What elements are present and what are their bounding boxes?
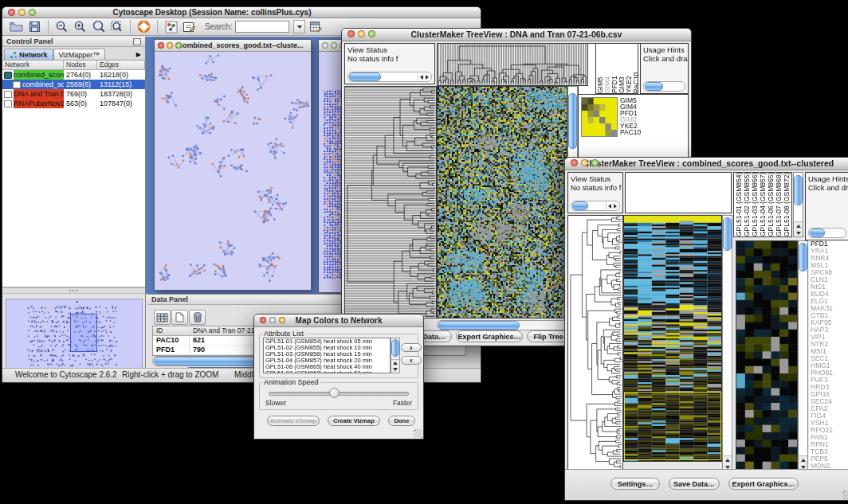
main-window-titlebar[interactable]: Cytoscape Desktop (Session Name: collins… (2, 7, 481, 18)
treeview2-heatmap[interactable] (623, 215, 722, 462)
scrollbar-thumb[interactable] (438, 321, 520, 330)
zoom-window-button[interactable] (591, 159, 599, 166)
dialog-titlebar[interactable]: Map Colors to Network (254, 315, 423, 327)
scroll-down-icon[interactable] (796, 232, 801, 235)
save-data-button[interactable]: Save Data… (669, 478, 720, 490)
treeview1-zoom-matrix[interactable] (581, 97, 618, 137)
delete-attribute-button[interactable] (189, 310, 206, 325)
treeview1-hscrollbar[interactable] (437, 320, 579, 330)
minimize-button[interactable] (581, 159, 588, 166)
treeview1-titlebar[interactable]: ClusterMaker TreeView : DNA and Tran 07-… (342, 29, 691, 41)
network-table-row[interactable]: RNAPuberNov2+ 563(0) 107847(0) (2, 99, 145, 108)
column-label[interactable]: GPL51-03 (GSM856) (751, 173, 759, 236)
scroll-up-icon[interactable] (725, 459, 730, 462)
animate-vizmap-button[interactable]: Animate Vizmap (267, 416, 320, 426)
treeview2-zoom-heatmap[interactable] (736, 240, 798, 470)
network-table-row[interactable]: combined_scores 2764(0) 16218(0) (2, 70, 145, 80)
tabs-overflow-button[interactable]: ▶ (136, 51, 143, 60)
attribute-list-vscrollbar[interactable] (391, 338, 400, 373)
view-status-hscrollbar[interactable] (571, 201, 620, 211)
column-id[interactable]: ID (153, 326, 190, 335)
scroll-left-icon[interactable] (420, 75, 423, 80)
column-nodes[interactable]: Nodes (64, 61, 97, 69)
scroll-right-icon[interactable] (614, 204, 617, 209)
tab-network[interactable]: Network (4, 49, 53, 60)
scrollbar-thumb[interactable] (645, 82, 663, 91)
row-label[interactable]: PAC10 (620, 129, 665, 135)
zoom-window-button[interactable] (29, 9, 36, 16)
move-attribute-down-button[interactable]: ∨ (401, 356, 422, 365)
scrollbar-thumb[interactable] (391, 339, 399, 357)
network-frame-clustered[interactable]: combined_scores_good.txt--cluste... (154, 39, 312, 291)
treeview1-column-dendrogram[interactable] (437, 43, 588, 86)
close-button[interactable] (8, 9, 15, 16)
minimize-button[interactable] (18, 9, 26, 16)
scroll-down-icon[interactable] (725, 466, 730, 469)
scroll-up-icon[interactable] (801, 459, 806, 462)
search-input[interactable] (235, 21, 289, 33)
scrollbar-thumb[interactable] (723, 217, 732, 251)
network-view-canvas[interactable] (155, 52, 309, 289)
export-graphics-button[interactable]: Export Graphics… (456, 330, 523, 342)
zoom-window-button[interactable] (368, 30, 375, 37)
create-attribute-button[interactable] (171, 310, 188, 325)
usage-hints-hscrollbar[interactable] (643, 81, 685, 92)
network-table-row[interactable]: DNA and Tran 07 769(0) 183728(0) (2, 89, 145, 99)
treeview2-titlebar[interactable]: ClusterMaker TreeView : combined_scores_… (565, 158, 848, 170)
slider-thumb[interactable] (329, 388, 340, 398)
network-overview-canvas[interactable] (6, 299, 143, 373)
column-label[interactable]: GPL51-01 (GSM854) (735, 173, 743, 236)
network-frame-titlebar[interactable]: combined_scores_good.txt--cluste... (155, 40, 311, 52)
zoom-in-button[interactable] (73, 19, 88, 34)
annotation-button[interactable] (182, 19, 197, 34)
view-status-hscrollbar[interactable] (347, 72, 432, 82)
move-attribute-up-button[interactable]: ∧ (401, 343, 422, 352)
scrollbar-thumb[interactable] (810, 229, 825, 237)
zoom-fit-button[interactable] (91, 19, 106, 34)
panel-splitter[interactable] (2, 287, 145, 294)
close-button[interactable] (158, 42, 164, 49)
scroll-left-icon[interactable] (608, 204, 611, 209)
column-label[interactable]: GPL51-06 (GSM865) (767, 173, 775, 236)
scroll-down-icon[interactable] (801, 466, 806, 469)
attribute-list[interactable]: GPL51-01 (GSM854) heat shock 05 minGPL51… (263, 338, 391, 373)
column-edges[interactable]: Edges (97, 61, 145, 69)
done-button[interactable]: Done (388, 416, 415, 426)
scroll-right-icon[interactable] (426, 75, 429, 80)
column-network[interactable]: Network (2, 61, 64, 69)
treeview2-column-vscrollbar[interactable] (793, 172, 803, 237)
select-attributes-button[interactable] (154, 310, 171, 325)
scroll-up-icon[interactable] (393, 361, 398, 365)
treeview2-gene-vscrollbar[interactable] (798, 240, 808, 471)
minimize-button[interactable] (269, 317, 276, 323)
create-vizmap-button[interactable]: Create Vizmap (328, 416, 380, 426)
treeview2-row-dendrogram[interactable] (567, 215, 623, 470)
search-dropdown-button[interactable] (293, 20, 305, 33)
column-label[interactable]: GPL51-08 (GSM872) (783, 173, 791, 236)
zoom-window-button[interactable] (175, 42, 182, 49)
treeview1-column-labels[interactable]: GIM5GIM4PFD1GIM3YKE2PAC10 (595, 43, 638, 94)
treeview2-gene-list[interactable]: PFD1YRA1RNR4MSL1SPC98CLN1NIS1BUD4ELG1MAK… (809, 240, 848, 471)
zoom-out-button[interactable] (54, 19, 69, 34)
attribute-browser-button[interactable] (308, 19, 324, 34)
minimize-button[interactable] (358, 30, 365, 37)
float-panel-icon[interactable] (133, 38, 141, 45)
resize-grip[interactable] (842, 490, 848, 499)
tab-vizmapper[interactable]: VizMapper™ (53, 49, 106, 60)
usage-hints-hscrollbar[interactable] (808, 228, 846, 238)
column-label[interactable]: GPL51-04 (GSM857) (759, 173, 767, 236)
export-graphics-button[interactable]: Export Graphics… (728, 478, 799, 490)
column-label[interactable]: GPL51-02 (GSM855) (743, 173, 751, 236)
scrollbar-thumb[interactable] (799, 243, 807, 272)
treeview2-column-dendrogram[interactable] (625, 172, 732, 213)
minimize-button[interactable] (331, 42, 337, 49)
attribute-list-item[interactable]: GPL51-07 (GSM868) heat shock 60 min (264, 370, 390, 373)
settings-button[interactable]: Settings… (610, 478, 660, 490)
scrollbar-thumb[interactable] (572, 201, 588, 210)
resize-grip[interactable] (414, 429, 422, 438)
close-button[interactable] (571, 159, 578, 166)
scrollbar-thumb[interactable] (568, 93, 577, 149)
close-button[interactable] (347, 30, 355, 37)
scroll-up-icon[interactable] (796, 225, 801, 228)
treeview1-row-labels[interactable]: GIM5GIM4PFD1GIM3YKE2PAC10 (620, 97, 665, 137)
